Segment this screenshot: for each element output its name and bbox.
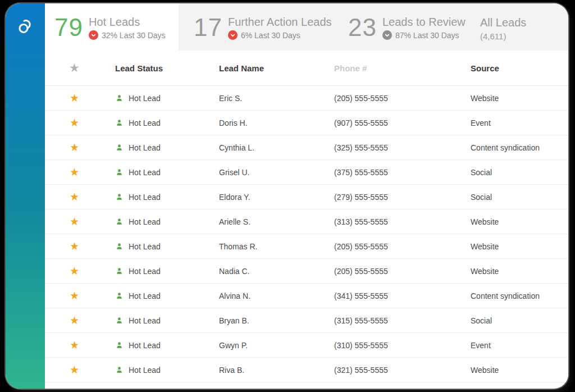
- lead-source: Website: [459, 366, 568, 375]
- table-row[interactable]: ★ Hot Lead Thomas R. (205) 555-5555 Webs…: [45, 234, 568, 259]
- sidebar: [6, 3, 45, 389]
- stat-label: Further Action Leads: [228, 16, 332, 28]
- person-icon: [115, 118, 124, 127]
- lead-phone: (313) 555-5555: [323, 217, 459, 226]
- lead-status: Hot Lead: [129, 341, 161, 350]
- lead-phone: (341) 555-5555: [323, 291, 459, 300]
- lead-name: Alvina N.: [208, 291, 323, 300]
- star-icon[interactable]: ★: [69, 61, 80, 75]
- circle-chevron-down-icon: [89, 30, 98, 40]
- column-header-source[interactable]: Source: [459, 63, 568, 73]
- stat-trend-text: 6% Last 30 Days: [241, 31, 300, 40]
- stat-trend-text: 87% Last 30 Days: [395, 31, 459, 40]
- favorite-star-icon[interactable]: ★: [70, 339, 79, 352]
- lead-status: Hot Lead: [129, 291, 161, 300]
- lead-phone: (321) 555-5555: [323, 366, 459, 375]
- table-row[interactable]: ★ Hot Lead Riva B. (321) 555-5555 Websit…: [45, 358, 568, 382]
- circle-chevron-down-icon: [228, 30, 238, 40]
- stat-further-action-leads[interactable]: 17 Further Action Leads 6% Last 30 Days: [179, 3, 343, 51]
- favorite-star-icon[interactable]: ★: [70, 166, 79, 179]
- table-row[interactable]: ★ Hot Lead Eric S. (205) 555-5555 Websit…: [45, 86, 568, 111]
- all-leads-count: (4,611): [480, 31, 568, 41]
- favorite-star-icon[interactable]: ★: [70, 116, 79, 129]
- lead-phone: (315) 555-5555: [323, 316, 459, 325]
- person-icon: [115, 316, 124, 325]
- stats-bar: 79 Hot Leads 32% Last 30 Days 17 Furthe: [45, 3, 568, 51]
- lead-status: Hot Lead: [129, 366, 161, 375]
- favorite-star-icon[interactable]: ★: [70, 190, 79, 203]
- lead-name: Nadia C.: [208, 267, 323, 276]
- table-row[interactable]: ★ Hot Lead Eldora Y. (279) 555-5555 Soci…: [45, 185, 568, 209]
- stat-value: 17: [194, 15, 222, 40]
- lead-status: Hot Lead: [129, 193, 161, 202]
- stat-value: 23: [348, 15, 377, 40]
- person-icon: [115, 94, 124, 102]
- lead-name: Arielle S.: [208, 217, 323, 226]
- lead-status: Hot Lead: [129, 267, 161, 276]
- table-row[interactable]: ★ Hot Lead Bryan B. (315) 555-5555 Socia…: [45, 308, 568, 333]
- lead-phone: (205) 555-5555: [323, 242, 459, 251]
- stat-label: Leads to Review: [382, 16, 466, 28]
- lead-source: Social: [459, 168, 568, 177]
- person-icon: [115, 217, 124, 226]
- favorite-star-icon[interactable]: ★: [70, 289, 79, 302]
- lead-status: Hot Lead: [129, 94, 161, 103]
- lead-name: Riva B.: [208, 366, 323, 375]
- lead-phone: (375) 555-5555: [323, 168, 459, 177]
- person-icon: [115, 267, 124, 275]
- lead-phone: (325) 555-5555: [323, 143, 459, 152]
- stats-gray-section: 17 Further Action Leads 6% Last 30 Days …: [179, 3, 568, 51]
- person-icon: [115, 193, 124, 201]
- lead-name: Eric S.: [208, 94, 323, 103]
- lead-source: Social: [459, 193, 568, 202]
- lead-name: Eldora Y.: [208, 193, 323, 202]
- person-icon: [115, 366, 124, 374]
- table-header: ★ Lead Status Lead Name Phone # Source: [45, 51, 568, 86]
- stat-hot-leads[interactable]: 79 Hot Leads 32% Last 30 Days: [45, 3, 179, 51]
- person-icon: [115, 242, 124, 250]
- favorite-star-icon[interactable]: ★: [70, 215, 79, 228]
- table-row[interactable]: ★ Hot Lead Nadia C. (205) 555-5555 Websi…: [45, 259, 568, 284]
- lead-name: Gwyn P.: [208, 341, 323, 350]
- stat-leads-to-review[interactable]: 23 Leads to Review 87% Last 30 Days: [343, 3, 474, 51]
- lead-phone: (205) 555-5555: [323, 267, 459, 276]
- table-body: ★ Hot Lead Eric S. (205) 555-5555 Websit…: [45, 86, 568, 389]
- stat-all-leads[interactable]: All Leads (4,611): [474, 3, 568, 51]
- lead-name: Doris H.: [208, 118, 323, 127]
- lead-phone: (205) 555-5555: [323, 94, 459, 103]
- lead-status: Hot Lead: [129, 217, 161, 226]
- lead-source: Website: [459, 94, 568, 103]
- column-header-phone[interactable]: Phone #: [323, 63, 459, 73]
- stat-value: 79: [54, 15, 83, 40]
- table-row[interactable]: ★ Hot Lead Alvina N. (341) 555-5555 Cont…: [45, 284, 568, 308]
- table-row[interactable]: ★ Hot Lead Arielle S. (313) 555-5555 Web…: [45, 209, 568, 234]
- favorite-star-icon[interactable]: ★: [70, 363, 79, 376]
- column-header-lead-status[interactable]: Lead Status: [104, 63, 208, 73]
- favorite-star-icon[interactable]: ★: [70, 265, 79, 277]
- person-icon: [115, 143, 124, 152]
- table-row[interactable]: ★ Hot Lead Gwyn P. (310) 555-5555 Event: [45, 333, 568, 358]
- stat-label: Hot Leads: [89, 16, 140, 28]
- lead-status: Hot Lead: [129, 143, 161, 152]
- lead-phone: (310) 555-5555: [323, 341, 459, 350]
- lead-source: Event: [459, 341, 568, 350]
- lead-phone: (279) 555-5555: [323, 193, 459, 202]
- favorite-star-icon[interactable]: ★: [70, 314, 79, 327]
- favorite-star-icon[interactable]: ★: [70, 92, 79, 104]
- column-header-lead-name[interactable]: Lead Name: [208, 63, 323, 73]
- lead-status: Hot Lead: [129, 316, 161, 325]
- person-icon: [115, 291, 124, 300]
- table-row[interactable]: ★ Hot Lead Cynthia L. (325) 555-5555 Con…: [45, 135, 568, 160]
- lead-source: Content syndication: [459, 143, 568, 152]
- lead-source: Website: [459, 242, 568, 251]
- lead-name: Cynthia L.: [208, 143, 323, 152]
- table-row[interactable]: ★ Hot Lead Grisel U. (375) 555-5555 Soci…: [45, 160, 568, 185]
- favorite-star-icon[interactable]: ★: [70, 141, 79, 154]
- lead-status: Hot Lead: [129, 168, 161, 177]
- lead-source: Social: [459, 316, 568, 325]
- lead-name: Grisel U.: [208, 168, 323, 177]
- interlocking-rings-icon[interactable]: [16, 17, 35, 36]
- favorite-star-icon[interactable]: ★: [70, 240, 79, 253]
- lead-source: Website: [459, 267, 568, 276]
- table-row[interactable]: ★ Hot Lead Doris H. (907) 555-5555 Event: [45, 111, 568, 135]
